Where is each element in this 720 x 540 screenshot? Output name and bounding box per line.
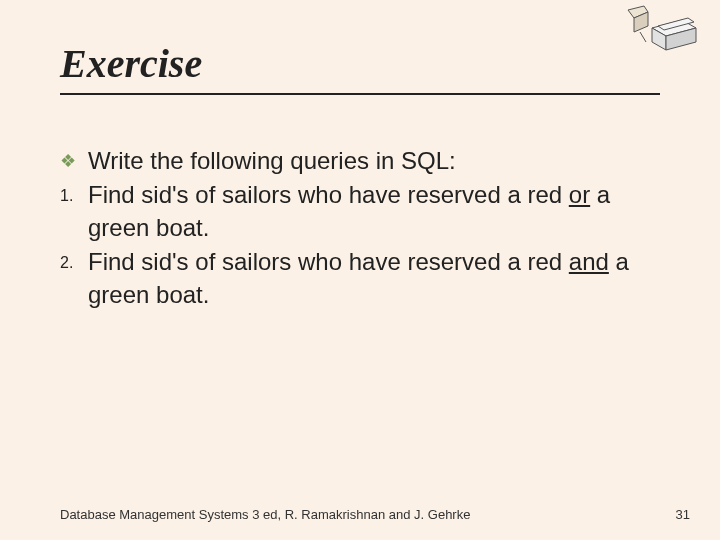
item-pre: Find sid's of sailors who have reserved … <box>88 181 569 208</box>
svg-line-6 <box>640 32 646 42</box>
diamond-bullet-icon: ❖ <box>60 145 88 177</box>
slide: Exercise ❖ Write the following queries i… <box>0 0 720 540</box>
item-number: 1. <box>60 179 88 244</box>
slide-content: ❖ Write the following queries in SQL: 1.… <box>60 145 660 311</box>
list-item: 2. Find sid's of sailors who have reserv… <box>60 246 660 311</box>
item-underline: or <box>569 181 590 208</box>
intro-row: ❖ Write the following queries in SQL: <box>60 145 660 177</box>
item-number: 2. <box>60 246 88 311</box>
item-text: Find sid's of sailors who have reserved … <box>88 179 660 244</box>
decorative-icon <box>622 4 700 58</box>
footer: Database Management Systems 3 ed, R. Ram… <box>60 507 690 522</box>
footer-source: Database Management Systems 3 ed, R. Ram… <box>60 507 470 522</box>
item-text: Find sid's of sailors who have reserved … <box>88 246 660 311</box>
intro-text: Write the following queries in SQL: <box>88 145 660 177</box>
list-item: 1. Find sid's of sailors who have reserv… <box>60 179 660 244</box>
slide-title: Exercise <box>60 40 660 95</box>
item-underline: and <box>569 248 609 275</box>
item-pre: Find sid's of sailors who have reserved … <box>88 248 569 275</box>
page-number: 31 <box>676 507 690 522</box>
